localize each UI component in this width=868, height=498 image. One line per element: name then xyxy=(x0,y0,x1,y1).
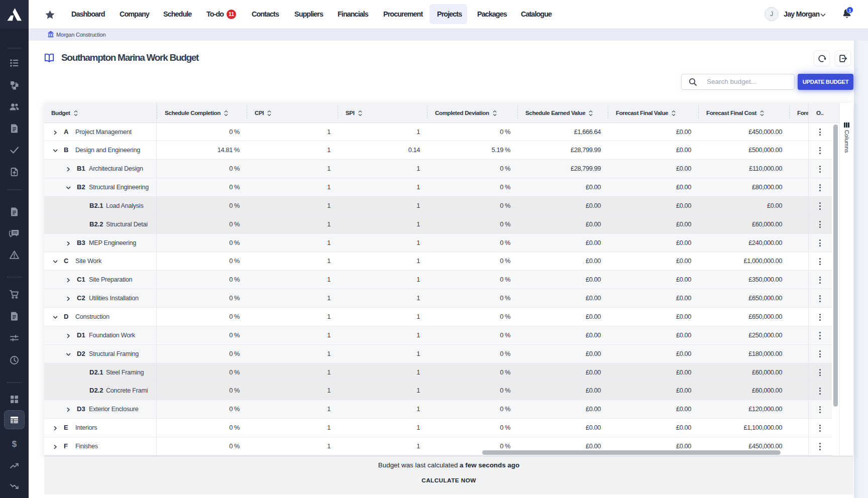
svg-text:$: $ xyxy=(12,439,17,449)
